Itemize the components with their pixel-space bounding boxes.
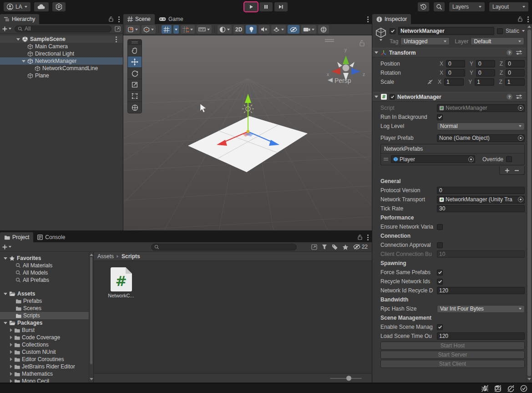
tab-hierarchy[interactable]: Hierarchy	[0, 14, 39, 24]
object-picker-icon[interactable]	[468, 157, 474, 162]
player-prefab-field[interactable]: None (Game Object)	[437, 134, 525, 142]
favorites-item[interactable]: All Models	[0, 269, 93, 276]
step-button[interactable]	[274, 2, 288, 11]
persp-label[interactable]: Persp	[334, 77, 351, 84]
protocol-version-field[interactable]: 0	[437, 187, 525, 194]
load-scene-timeout-field[interactable]: 120	[437, 332, 525, 340]
foldout-open-icon[interactable]	[375, 96, 378, 98]
log-level-dropdown[interactable]: Normal	[437, 122, 525, 130]
hand-tool-button[interactable]	[128, 45, 142, 56]
favorites-star-icon[interactable]	[342, 244, 349, 250]
breadcrumb-scripts[interactable]: Scripts	[122, 253, 140, 260]
override-checkbox[interactable]	[506, 156, 512, 162]
package-row[interactable]: Mono Cecil	[0, 378, 93, 383]
tab-inspector[interactable]: Inspector	[372, 14, 411, 24]
folder-row[interactable]: Scenes	[0, 305, 93, 312]
tab-game[interactable]: Game	[155, 14, 187, 24]
search-by-type-icon[interactable]	[322, 244, 327, 250]
rotation-x-field[interactable]: 0	[446, 69, 465, 77]
gameobject-icon-button[interactable]	[375, 27, 387, 45]
package-row[interactable]: Custom NUnit	[0, 348, 93, 356]
package-row[interactable]: JetBrains Rider Editor	[0, 363, 93, 370]
pause-button[interactable]	[259, 2, 273, 11]
package-row[interactable]: Mathematics	[0, 370, 93, 378]
drag-handle-icon[interactable]	[384, 158, 388, 161]
create-button[interactable]	[2, 26, 11, 31]
help-icon[interactable]: ?	[507, 94, 512, 100]
layer-dropdown[interactable]: Default	[471, 37, 524, 45]
enable-scene-management-checkbox[interactable]	[437, 324, 443, 330]
position-z-field[interactable]: 0	[506, 60, 525, 67]
unlock-icon[interactable]	[109, 16, 113, 22]
hierarchy-row-selected[interactable]: NetworkManager	[0, 57, 123, 65]
start-server-button[interactable]: Start Server	[380, 351, 525, 359]
foldout-closed-icon[interactable]	[10, 357, 12, 361]
rpc-hash-size-dropdown[interactable]: Var Int Four Bytes	[437, 305, 525, 313]
object-picker-icon[interactable]	[518, 135, 523, 141]
presets-icon[interactable]	[516, 50, 522, 55]
move-gizmo-center[interactable]	[247, 130, 249, 133]
ensure-network-variable-checkbox[interactable]	[437, 224, 443, 230]
foldout-open-icon[interactable]	[16, 38, 20, 41]
scale-y-field[interactable]: 1	[475, 78, 494, 86]
transform-tool-button[interactable]	[128, 102, 142, 113]
scroll-up-icon[interactable]	[527, 26, 531, 28]
tab-scene[interactable]: Scene	[123, 14, 155, 24]
scene-visibility-button[interactable]	[288, 25, 299, 34]
favorites-header-row[interactable]: Favorites	[0, 255, 93, 262]
inspector-menu-icon[interactable]	[527, 19, 529, 20]
account-button[interactable]: LA	[4, 2, 30, 11]
scene-viewport[interactable]: Persp y x z	[123, 36, 372, 230]
recycle-network-ids-checkbox[interactable]	[437, 279, 443, 285]
scale-z-field[interactable]: 1	[505, 78, 525, 86]
component-enabled-checkbox[interactable]	[390, 94, 395, 100]
grid-snapping-dropdown[interactable]	[173, 25, 179, 34]
layers-dropdown[interactable]: Layers	[449, 2, 485, 11]
foldout-closed-icon[interactable]	[10, 350, 12, 354]
asset-item[interactable]: # NetworkC...	[107, 267, 135, 298]
package-row[interactable]: Burst	[0, 327, 93, 334]
snap-increment-button[interactable]	[181, 25, 195, 34]
rotation-z-field[interactable]: 0	[506, 69, 525, 77]
tab-console[interactable]: Console	[33, 232, 69, 242]
refresh-disabled-icon[interactable]	[507, 385, 515, 392]
connection-approval-checkbox[interactable]	[437, 242, 443, 248]
position-x-field[interactable]: 0	[446, 60, 465, 67]
network-transport-field[interactable]: # NetworkManager (Unity Tra	[437, 196, 525, 204]
hierarchy-search-input[interactable]: All	[15, 26, 111, 32]
scene-menu-icon[interactable]	[367, 19, 369, 20]
foldout-open-icon[interactable]	[4, 293, 7, 295]
package-row[interactable]: Code Coverage	[0, 334, 93, 341]
network-id-recycle-field[interactable]: 120	[437, 287, 525, 294]
layout-dropdown[interactable]: Layout	[489, 2, 528, 11]
slider-knob[interactable]	[346, 376, 351, 381]
plastic-scm-button[interactable]	[52, 2, 66, 11]
object-picker-icon[interactable]	[518, 197, 523, 202]
draw-mode-button[interactable]	[218, 25, 232, 34]
gizmos-button[interactable]	[318, 25, 329, 34]
rotation-y-field[interactable]: 0	[476, 69, 495, 77]
run-in-background-checkbox[interactable]	[437, 114, 443, 120]
camera-settings-button[interactable]	[301, 25, 316, 34]
hierarchy-row-scene[interactable]: SampleScene	[0, 36, 123, 43]
remove-element-icon[interactable]	[514, 168, 519, 173]
prefab-object-field[interactable]: Player	[391, 155, 475, 163]
hierarchy-row[interactable]: Main Camera	[0, 43, 123, 50]
static-checkbox[interactable]	[497, 28, 503, 34]
create-asset-button[interactable]	[2, 245, 11, 250]
foldout-closed-icon[interactable]	[10, 372, 12, 376]
thumbnail-zoom-slider[interactable]	[330, 378, 362, 379]
tick-rate-field[interactable]: 30	[437, 205, 525, 212]
packages-header-row[interactable]: Packages	[0, 319, 93, 327]
inspector-scrollbar[interactable]	[526, 24, 532, 383]
assets-header-row[interactable]: Assets	[0, 290, 93, 297]
open-in-new-window-icon[interactable]	[115, 26, 121, 32]
palette-grip[interactable]	[128, 40, 142, 45]
folder-row-selected[interactable]: Scripts	[0, 312, 93, 319]
object-picker-icon[interactable]	[518, 105, 523, 111]
start-host-button[interactable]: Start Host	[380, 342, 525, 350]
help-icon[interactable]: ?	[507, 50, 512, 56]
hidden-items-toggle[interactable]: 22	[353, 244, 368, 250]
play-button[interactable]	[244, 2, 258, 11]
project-menu-icon[interactable]	[367, 237, 369, 238]
